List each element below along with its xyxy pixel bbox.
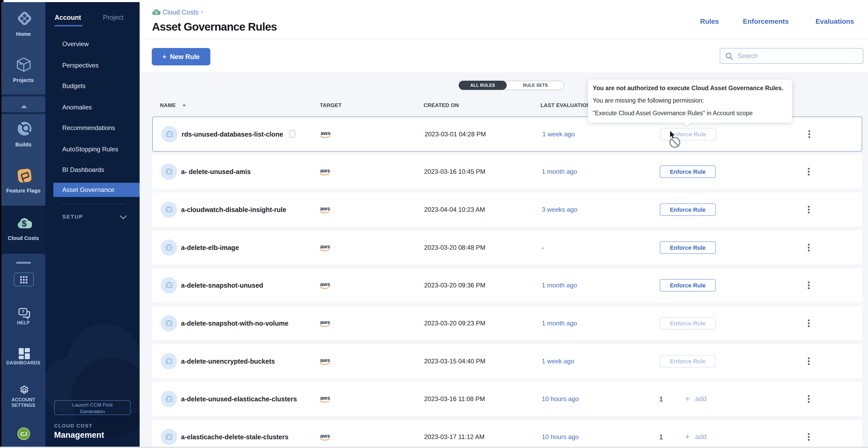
svg-text:aws: aws	[320, 281, 330, 287]
svg-text:aws: aws	[320, 357, 330, 363]
svg-text:$: $	[22, 218, 27, 228]
svg-text:aws: aws	[320, 433, 330, 439]
svg-text:aws: aws	[320, 244, 330, 249]
svg-text:$: $	[155, 10, 158, 15]
svg-text:aws: aws	[320, 395, 330, 401]
svg-text:aws: aws	[320, 168, 330, 173]
svg-text:aws: aws	[320, 206, 330, 211]
svg-text:aws: aws	[321, 130, 331, 136]
svg-text:aws: aws	[320, 319, 330, 325]
svg-text:?: ?	[22, 309, 24, 314]
